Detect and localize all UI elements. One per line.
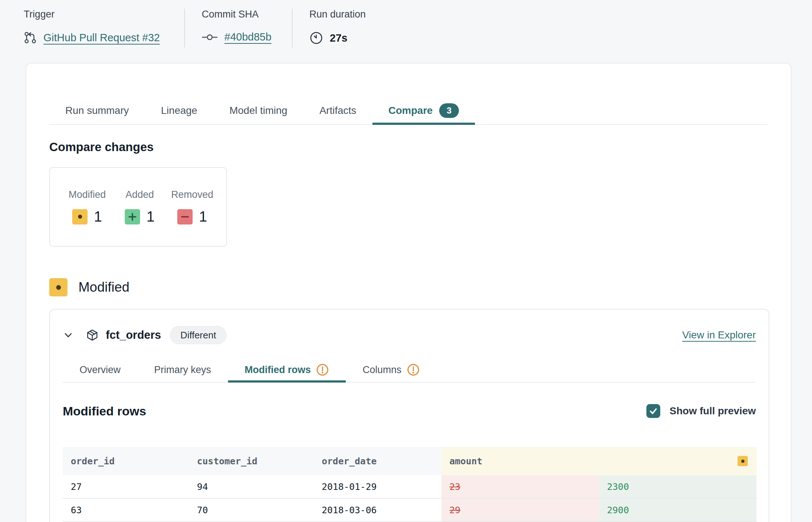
duration-label: Run duration — [309, 9, 366, 20]
removed-count: 1 — [199, 208, 207, 225]
modified-rows-title: Modified rows — [63, 404, 146, 418]
run-detail-card: Run summary Lineage Model timing Artifac… — [26, 63, 792, 522]
modified-section-header: Modified — [49, 278, 768, 296]
run-tabs: Run summary Lineage Model timing Artifac… — [49, 99, 768, 125]
trigger-block: Trigger GitHub Pull Request #32 — [24, 9, 184, 44]
tab-primary-keys[interactable]: Primary keys — [138, 359, 228, 383]
tab-lineage[interactable]: Lineage — [145, 99, 213, 125]
tab-run-summary[interactable]: Run summary — [49, 99, 145, 125]
added-icon — [125, 209, 140, 224]
warning-icon — [407, 363, 420, 376]
table-row: 63 70 2018-03-06 29 2900 — [63, 499, 757, 522]
column-header-amount: amount — [441, 447, 757, 475]
new-value-cell: 2300 — [599, 475, 757, 498]
old-value-cell: 29 — [441, 499, 599, 521]
tab-compare[interactable]: Compare 3 — [372, 99, 475, 125]
tab-model-timing[interactable]: Model timing — [213, 99, 303, 125]
modified-count: 1 — [94, 208, 102, 225]
status-badge: Different — [170, 326, 227, 344]
commit-block: Commit SHA #40bd85b — [185, 9, 292, 43]
old-value-cell: 23 — [441, 475, 599, 498]
model-tabs: Overview Primary keys Modified rows Colu… — [63, 359, 756, 383]
summary-added: Added 1 — [118, 189, 162, 246]
compare-count-badge: 3 — [439, 103, 459, 118]
chevron-down-icon[interactable] — [63, 330, 74, 341]
table-header-row: order_id customer_id order_date amount — [63, 447, 757, 475]
table-row: 27 94 2018-01-29 23 2300 — [63, 475, 757, 499]
duration-block: Run duration 27s — [293, 9, 366, 45]
view-in-explorer-link[interactable]: View in Explorer — [682, 329, 756, 341]
tab-modified-rows[interactable]: Modified rows — [228, 359, 346, 383]
summary-modified: Modified 1 — [65, 189, 109, 246]
added-count: 1 — [146, 208, 154, 225]
pull-request-icon — [24, 31, 37, 44]
tab-overview[interactable]: Overview — [63, 359, 138, 383]
summary-removed: Removed 1 — [170, 189, 214, 246]
modified-icon — [49, 278, 67, 296]
column-header: order_id — [63, 447, 189, 475]
column-header: order_date — [314, 447, 441, 475]
show-full-preview-toggle[interactable]: Show full preview — [646, 404, 756, 418]
tab-columns[interactable]: Columns — [346, 359, 437, 383]
trigger-link[interactable]: GitHub Pull Request #32 — [43, 32, 160, 44]
modified-rows-table: order_id customer_id order_date amount 2… — [63, 447, 757, 522]
toggle-label: Show full preview — [670, 405, 756, 417]
page-title: Compare changes — [49, 140, 768, 154]
model-cube-icon — [86, 329, 98, 341]
modified-section-title: Modified — [78, 280, 129, 295]
run-meta-bar: Trigger GitHub Pull Request #32 Commit S… — [0, 0, 812, 62]
model-name: fct_orders — [106, 329, 161, 342]
modified-rows-header: Modified rows Show full preview — [63, 403, 756, 419]
clock-icon — [309, 31, 323, 45]
compare-tab-content: Compare changes Modified 1 Added — [26, 140, 791, 522]
warning-icon — [316, 363, 329, 376]
new-value-cell: 2900 — [599, 499, 757, 521]
trigger-label: Trigger — [24, 9, 184, 20]
column-header: customer_id — [189, 447, 314, 475]
model-card-header: fct_orders Different View in Explorer — [63, 326, 756, 345]
modified-icon — [72, 209, 88, 224]
commit-sha-link[interactable]: #40bd85b — [224, 31, 271, 43]
git-commit-icon — [202, 31, 218, 43]
change-summary-card: Modified 1 Added 1 Removed — [49, 167, 227, 247]
commit-label: Commit SHA — [202, 9, 292, 20]
model-diff-card: fct_orders Different View in Explorer Ov… — [49, 309, 769, 522]
tab-artifacts[interactable]: Artifacts — [303, 99, 372, 125]
modified-icon — [738, 456, 748, 466]
checkbox-checked[interactable] — [646, 404, 660, 418]
removed-icon — [177, 209, 193, 224]
duration-value: 27s — [330, 32, 347, 44]
